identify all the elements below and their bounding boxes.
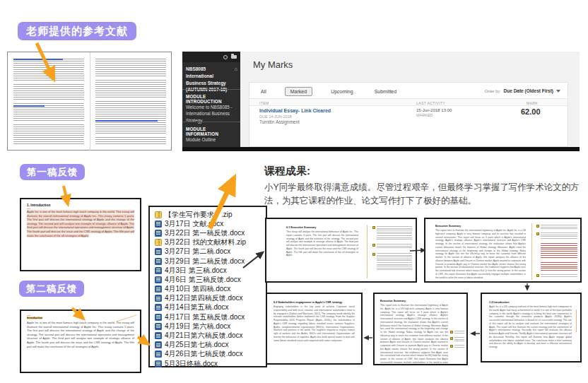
file-name: 【学生写作要求】.zip: [165, 210, 233, 220]
blackboard-screenshot: NBS8085 International Business Strategy …: [182, 52, 580, 151]
comment-redline: [536, 243, 577, 259]
list-item[interactable]: 5月3日终稿.docx: [155, 359, 266, 368]
draft2-body: Apple Inc is one of the most famous high…: [27, 321, 134, 348]
sidebar-section-module-information: MODULE INFORMATION: [186, 126, 237, 136]
list-item[interactable]: 4月12日第四稿反馈.docx: [155, 294, 266, 303]
file-name: 4月21日第六稿反馈.docx: [165, 331, 243, 341]
list-item[interactable]: 4月25日第七稿.docx: [155, 341, 266, 350]
flow-a-body: This essay will analyse the internationa…: [286, 230, 358, 257]
tab-submitted[interactable]: Submitted: [372, 88, 400, 95]
comment-icon: [450, 345, 453, 348]
file-name: 4月3日 第三稿.docx: [165, 266, 227, 276]
list-item[interactable]: 4月3日 第三稿.docx: [155, 266, 266, 275]
word-file-icon: [155, 230, 162, 237]
paragraph-gap: [13, 122, 84, 124]
word-file-icon: [155, 314, 162, 321]
paragraph-gap: [95, 99, 166, 101]
list-item[interactable]: 4月19日 第六稿.docx: [155, 322, 266, 331]
paragraph-gap: [95, 135, 166, 137]
comment-icon: [372, 253, 375, 256]
list-item[interactable]: 4月14日第五稿.docx: [155, 303, 266, 312]
comment-icon: [372, 226, 375, 229]
list-item[interactable]: 4月10日 第四稿.docx: [155, 285, 266, 294]
mark-value: 62.00: [521, 107, 541, 116]
word-file-icon: [155, 360, 162, 367]
list-item[interactable]: 3月22日 第一稿反馈.docx: [155, 228, 266, 237]
word-file-icon: [155, 350, 162, 358]
flow-a-heading: 0.1 Executive Summary: [286, 226, 358, 229]
word-file-icon: [155, 323, 162, 330]
word-file-icon: [155, 295, 162, 302]
word-file-icon: [155, 285, 162, 293]
collage: 老师提供的参考文献 NBS8085 International Business…: [0, 0, 588, 383]
marks-card: All Marked Upcoming Submitted Order by: …: [249, 82, 568, 147]
order-by-dropdown[interactable]: Due Date (Oldest First): [504, 88, 553, 93]
chevron-down-icon[interactable]: [556, 90, 560, 93]
highlighted-heading: Introduction: [27, 317, 42, 319]
list-item[interactable]: 【学生写作要求】.zip: [155, 210, 266, 219]
file-name: 4月26日第七稿反馈.docx: [165, 349, 243, 359]
comment: [372, 253, 412, 271]
draft1-body: Apple Inc is one of the most famous high…: [27, 210, 134, 237]
file-name: 4月19日 第六稿.docx: [165, 322, 230, 331]
comment: [450, 337, 464, 341]
word-file-icon: [155, 341, 162, 348]
comment: [450, 331, 464, 334]
word-file-icon: [155, 248, 162, 255]
file-name: 3月17日 文献.docx: [165, 219, 223, 229]
list-item[interactable]: 4月26日第七稿反馈.docx: [155, 350, 266, 359]
zip-file-icon: [155, 239, 162, 246]
table-row: Individual Essay- Link Cleared DUE 14-JU…: [249, 106, 568, 130]
list-item[interactable]: 4月6日 第三稿反馈.docx: [155, 275, 266, 284]
file-name: 3月22日 第一稿反馈.docx: [165, 228, 245, 238]
list-item[interactable]: 3月29日 第二稿反馈.docx: [155, 257, 266, 266]
folder-icon[interactable]: [231, 55, 237, 59]
home-icon[interactable]: ⌂: [235, 66, 237, 71]
list-item[interactable]: 3月27日 第二稿.docx: [155, 247, 266, 257]
outcome-heading: 课程成果:: [264, 165, 310, 178]
flow-c-body: Engaging stakeholders is the key point o…: [274, 305, 355, 360]
assignment-type: Turnitin Assignment: [259, 119, 300, 124]
flow-doc-stakeholders: 6.2 Stakeholders engagement in Apple's C…: [266, 293, 363, 365]
tab-all[interactable]: All: [258, 88, 269, 95]
tab-upcoming[interactable]: Upcoming: [328, 88, 356, 95]
comment: [536, 274, 577, 277]
comment: [450, 345, 464, 348]
my-marks-panel: My Marks All Marked Upcoming Submitted O…: [240, 52, 580, 147]
comment-divider: [367, 225, 368, 278]
tab-marked[interactable]: Marked: [285, 87, 312, 96]
sidebar-section-module-introduction: MODULE INTRODUCTION: [186, 94, 237, 104]
flow-b-heading: Executive Summary: [435, 225, 526, 228]
revision-mark: [27, 208, 30, 209]
list-item[interactable]: 3月22日 找的文献材料.zip: [155, 238, 266, 247]
flow-doc-exec-summary-final: Executive Summary This report tries to i…: [373, 293, 468, 365]
marks-filter-tabs: All Marked Upcoming Submitted: [258, 87, 399, 96]
assignment-link[interactable]: Individual Essay- Link Cleared: [259, 108, 331, 113]
last-activity-date: 15-Jun-2018 13:00: [416, 108, 452, 112]
flow-e-heading: 1.2 Introduction: [489, 301, 572, 304]
divider: [182, 122, 240, 122]
flow-d-body: This report tries to illustrate the inte…: [380, 304, 448, 363]
page-title: My Marks: [253, 59, 293, 70]
file-name: 3月27日 第二稿.docx: [165, 247, 230, 257]
column-item: ITEM: [259, 101, 269, 105]
list-item[interactable]: 3月17日 文献.docx: [155, 219, 266, 228]
flow-b-body: This report tries to illustrate the inte…: [435, 229, 526, 278]
search-icon[interactable]: [223, 55, 228, 59]
hyperlink-line: [13, 59, 63, 60]
file-name: 3月29日 第二稿反馈.docx: [165, 257, 245, 266]
label-teacher-references: 老师提供的参考文献: [18, 22, 136, 40]
list-item[interactable]: 4月17日 第五稿反馈.docx: [155, 312, 266, 322]
flow-e-body: Apple Inc is a US company and one of the…: [489, 305, 572, 358]
word-file-icon: [155, 220, 162, 228]
revision-line: [576, 310, 577, 332]
paragraph-gap: [13, 101, 84, 103]
order-by-control: Order by: Due Date (Oldest First): [485, 88, 560, 93]
draft2-heading: Introduction: [27, 317, 134, 319]
list-item[interactable]: 4月21日第六稿反馈.docx: [155, 331, 266, 340]
comment: [372, 244, 412, 249]
screenshot-bottom-strip: [182, 147, 580, 151]
file-list: 【学生写作要求】.zip 3月17日 文献.docx 3月22日 第一稿反馈.d…: [148, 206, 267, 367]
references-page-right: [95, 59, 166, 145]
sidebar-item-module-outline[interactable]: Module Outline: [186, 136, 237, 143]
